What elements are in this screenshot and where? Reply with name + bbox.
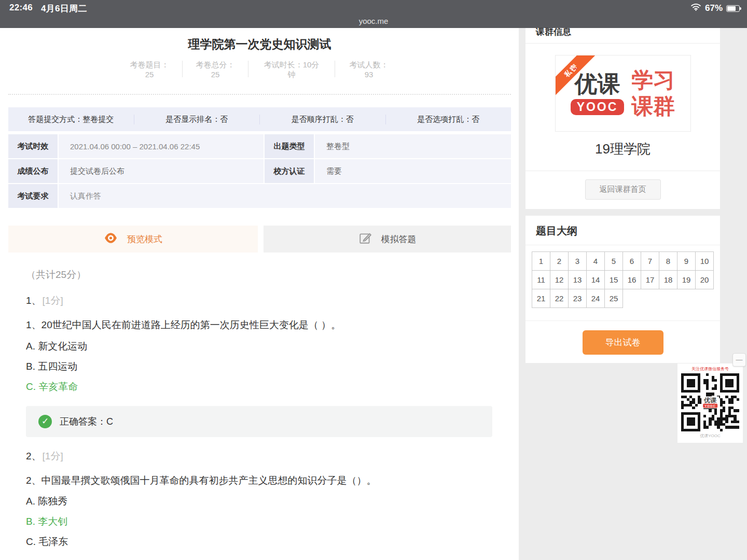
total-score-note: （共计25分） <box>26 268 511 282</box>
question-number-cell[interactable]: 12 <box>550 271 569 289</box>
eye-icon <box>104 232 118 247</box>
question-number-cell[interactable]: 13 <box>569 271 587 289</box>
value-exam-requirement: 认真作答 <box>59 184 511 208</box>
answer-option: A. 陈独秀 <box>26 495 492 508</box>
clock: 22:46 <box>9 3 33 15</box>
qr-top-text: 关注优课微信服务号 <box>681 366 740 372</box>
stat-label: 考卷题目： <box>130 60 169 69</box>
divider <box>525 171 720 171</box>
battery-icon <box>726 5 740 12</box>
question-number-cell[interactable]: 23 <box>569 289 587 308</box>
question-score: [1分] <box>43 295 63 306</box>
answer-option: B. 五四运动 <box>26 360 492 373</box>
question-number-cell[interactable]: 20 <box>696 271 714 289</box>
stat-total-score: 考卷总分：25 <box>194 60 237 79</box>
section-gap <box>525 209 720 216</box>
divider <box>525 320 720 321</box>
question-block: 2、[1分] 2、中国最早撰文歌颂俄国十月革命的具有初步共产主义思想的知识分子是… <box>8 450 511 560</box>
question-number-cell[interactable]: 15 <box>605 271 623 289</box>
label-score-publish: 成绩公布 <box>8 159 58 183</box>
label-school-auth: 校方认证 <box>265 159 314 183</box>
status-left: 22:46 4月6日周二 <box>9 3 87 15</box>
question-number-cell[interactable]: 1 <box>532 252 550 271</box>
question-number-cell[interactable]: 16 <box>623 271 641 289</box>
logo-cn-text: ˇˇ优课 <box>571 72 625 96</box>
stat-participants: 考试人数：93 <box>347 60 391 79</box>
question-number-cell[interactable]: 4 <box>587 252 605 271</box>
question-number-cell[interactable]: 10 <box>696 252 714 271</box>
value-exam-period: 2021.04.06 00:00 – 2021.04.06 22:45 <box>59 134 264 158</box>
exam-info-table: 考试时效 2021.04.06 00:00 – 2021.04.06 22:45… <box>8 134 511 208</box>
question-block: 1、[1分] 1、20世纪中国人民在前进道路上经历的第一次历史性巨大变化是（ ）… <box>8 294 511 437</box>
answer-option: C. 毛泽东 <box>26 535 492 549</box>
back-to-group-home-button[interactable]: 返回课群首页 <box>585 179 661 200</box>
question-number-cell[interactable]: 17 <box>641 271 659 289</box>
question-number-cell[interactable]: 24 <box>587 289 605 308</box>
logo-tick-marks: ˇˇ <box>573 67 577 78</box>
logo-tagline: 学习 课群 <box>631 67 675 119</box>
simulate-answer-button[interactable]: 模拟答题 <box>264 226 511 253</box>
question-index: 1、 <box>26 295 42 306</box>
qr-center-logo: 优课 YOOC <box>701 397 719 409</box>
label-exam-requirement: 考试要求 <box>8 184 58 208</box>
question-number-cell[interactable]: 3 <box>569 252 587 271</box>
question-score: [1分] <box>43 451 63 461</box>
correct-answer-text: 正确答案：C <box>60 415 113 428</box>
value-school-auth: 需要 <box>315 159 511 183</box>
stat-value: 25 <box>211 70 220 79</box>
question-number-cell[interactable]: 22 <box>550 289 569 308</box>
value-question-type: 整卷型 <box>315 134 511 158</box>
group-name: 19理学院 <box>525 140 720 158</box>
stat-label: 考试人数： <box>350 60 389 69</box>
setting-submit-mode: 答题提交方式：整卷提交 <box>8 115 134 124</box>
stat-duration: 考试时长：10分钟 <box>260 60 323 79</box>
question-number-cell[interactable]: 2 <box>550 252 569 271</box>
answer-option: A. 新文化运动 <box>26 340 492 353</box>
logo-tagline-line2: 课群 <box>631 93 675 119</box>
question-text: 1、20世纪中国人民在前进道路上经历的第一次历史性巨大变化是（ ）。 <box>26 318 492 333</box>
minimize-widget-button[interactable]: — <box>732 353 746 367</box>
question-number-cell[interactable]: 18 <box>659 271 677 289</box>
logo-tagline-line1: 学习 <box>631 67 675 93</box>
setting-show-ranking: 是否显示排名：否 <box>134 115 260 124</box>
question-number-cell[interactable]: 6 <box>623 252 641 271</box>
question-number-cell[interactable]: 11 <box>532 271 550 289</box>
question-number-cell[interactable]: 9 <box>677 252 696 271</box>
mode-buttons-row: 预览模式 模拟答题 <box>8 226 511 253</box>
pencil-icon <box>358 231 372 247</box>
qr-logo-cn: 优课 <box>703 397 717 403</box>
stat-label: 考卷总分： <box>196 60 235 69</box>
wechat-qr-widget: 关注优课微信服务号 优课 YOOC 优课YOOC <box>677 363 743 443</box>
simulate-answer-label: 模拟答题 <box>381 233 417 245</box>
address-bar[interactable]: yooc.me <box>0 17 747 25</box>
answer-option: B. 李大钊 <box>26 515 492 528</box>
stat-value: 93 <box>365 70 374 79</box>
wifi-icon <box>690 3 701 13</box>
course-group-sidebar: 课群信息 私密 ˇˇ优课 YOOC 学习 课群 19理学院 返回课群首页 题目大… <box>525 21 720 363</box>
table-row: 成绩公布 提交试卷后公布 校方认证 需要 <box>8 159 511 183</box>
export-paper-button[interactable]: 导出试卷 <box>583 330 663 355</box>
setting-shuffle-options: 是否选项打乱：否 <box>385 115 511 124</box>
question-number-cell[interactable]: 19 <box>677 271 696 289</box>
page-title: 理学院第一次党史知识测试 <box>8 36 511 52</box>
preview-mode-button[interactable]: 预览模式 <box>8 226 258 253</box>
divider <box>335 61 335 77</box>
stat-value: 25 <box>145 70 154 79</box>
question-number-cell[interactable]: 25 <box>605 289 623 308</box>
logo-left: ˇˇ优课 YOOC <box>571 72 625 115</box>
question-number-cell[interactable]: 8 <box>659 252 677 271</box>
battery-percent: 67% <box>705 3 723 13</box>
value-score-publish: 提交试卷后公布 <box>59 159 264 183</box>
dotted-separator <box>8 94 511 95</box>
label-question-type: 出题类型 <box>265 134 314 158</box>
date: 4月6日周二 <box>41 3 87 15</box>
question-number-cell[interactable]: 21 <box>532 289 550 308</box>
question-number-cell[interactable]: 7 <box>641 252 659 271</box>
question-outline-title: 题目大纲 <box>525 216 720 245</box>
label-exam-period: 考试时效 <box>8 134 58 158</box>
status-bar: 22:46 4月6日周二 67% yooc.me <box>0 0 747 28</box>
question-number-cell[interactable]: 5 <box>605 252 623 271</box>
question-grid: 1234567891011121314151617181920212223242… <box>532 251 714 308</box>
question-number-cell[interactable]: 14 <box>587 271 605 289</box>
question-number: 1、[1分] <box>26 294 511 307</box>
